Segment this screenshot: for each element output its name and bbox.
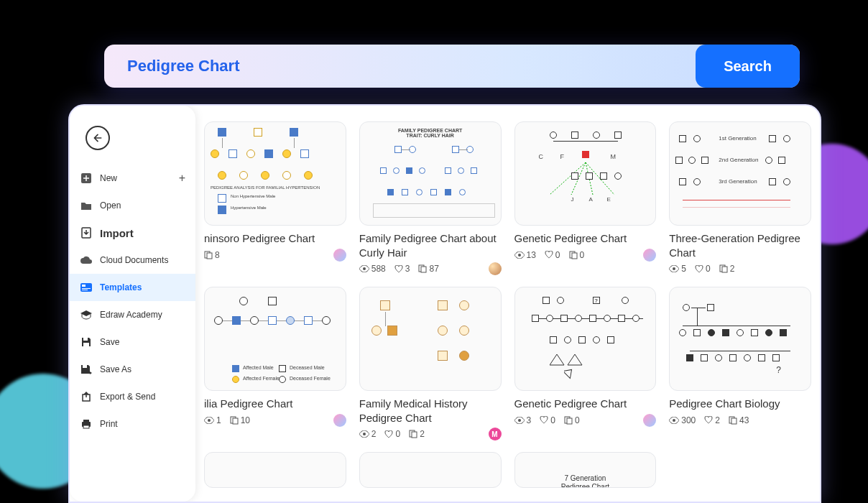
- template-title: Family Medical History Pedigree Chart: [359, 397, 502, 425]
- copies-stat: 0: [569, 250, 585, 260]
- svg-point-30: [363, 433, 366, 435]
- template-thumbnail: [204, 452, 346, 488]
- search-bar: Search: [104, 45, 800, 88]
- template-card[interactable]: ? Genetic Pedigree Chart 3 0 0: [514, 287, 657, 439]
- template-stats: 13 0 0: [514, 250, 657, 260]
- template-title: Pedigree Chart Biology: [669, 397, 811, 411]
- template-thumbnail: 1st Generation 2nd Generation 3rd Genera…: [669, 121, 811, 226]
- copies-stat: 8: [204, 250, 220, 260]
- sidebar-item-open[interactable]: Open: [70, 192, 195, 219]
- sidebar-item-save-as[interactable]: Save As: [70, 356, 195, 383]
- template-thumbnail: FAMILY PEDIGREE CHARTTRAIT: CURLY HAIR: [359, 121, 502, 226]
- template-card[interactable]: 1st Generation 2nd Generation 3rd Genera…: [669, 121, 811, 274]
- back-button[interactable]: [86, 126, 110, 150]
- import-icon: [80, 226, 93, 239]
- sidebar-item-label: Edraw Academy: [100, 310, 162, 320]
- sidebar-item-new[interactable]: New +: [70, 165, 195, 192]
- svg-rect-11: [83, 425, 89, 428]
- template-thumbnail: [359, 452, 502, 488]
- sidebar-item-label: Save As: [100, 364, 131, 374]
- sidebar-item-print[interactable]: Print: [70, 410, 195, 438]
- sidebar-item-cloud[interactable]: Cloud Documents: [70, 246, 195, 274]
- sidebar-item-label: New: [100, 173, 117, 183]
- template-card[interactable]: FAMILY PEDIGREE CHARTTRAIT: CURLY HAIR F…: [359, 121, 502, 274]
- export-icon: [80, 390, 93, 403]
- template-card[interactable]: CFM JAE Genetic Pedigree Chart 13 0 0: [514, 121, 657, 274]
- copies-stat: 2: [409, 429, 425, 439]
- views-stat: 588: [359, 264, 386, 274]
- svg-rect-26: [722, 267, 727, 272]
- academy-icon: [80, 308, 93, 321]
- template-card[interactable]: Family Medical History Pedigree Chart 2 …: [359, 287, 502, 439]
- svg-point-27: [208, 419, 211, 422]
- template-card[interactable]: 7 Generation Pedigree Chart: [514, 452, 657, 488]
- sidebar-menu: New + Open Import Cloud Documents Templa…: [70, 165, 195, 438]
- svg-rect-7: [83, 343, 89, 346]
- template-stats: 2 0 2 M: [359, 429, 502, 439]
- template-card[interactable]: ? Pedigree Chart Biology 300 2 43: [669, 287, 811, 439]
- template-card[interactable]: [669, 452, 811, 488]
- template-thumbnail: ?: [669, 287, 811, 391]
- template-title: Three-Generation Pedigree Chart: [669, 231, 811, 259]
- template-thumbnail: Affected Male Deceased Male Affected Fem…: [204, 287, 346, 391]
- views-stat: 1: [204, 415, 221, 425]
- template-grid: PEDIGREE ANALYSIS FOR FAMILIAL HYPERTENS…: [195, 121, 820, 488]
- cloud-icon: [80, 254, 93, 267]
- template-thumbnail: CFM JAE: [514, 121, 657, 226]
- svg-rect-2: [80, 283, 92, 292]
- template-thumbnail: [359, 287, 502, 391]
- svg-rect-16: [421, 267, 426, 272]
- sidebar-item-label: Cloud Documents: [100, 255, 168, 265]
- template-stats: 8: [204, 250, 346, 260]
- sidebar-item-academy[interactable]: Edraw Academy: [70, 301, 195, 328]
- template-stats: 1 10: [204, 415, 346, 425]
- sidebar-item-label: Import: [100, 227, 134, 239]
- sidebar-item-export[interactable]: Export & Send: [70, 383, 195, 410]
- svg-rect-29: [233, 418, 238, 424]
- svg-rect-41: [731, 418, 737, 424]
- template-content: PEDIGREE ANALYSIS FOR FAMILIAL HYPERTENS…: [195, 121, 820, 502]
- sidebar-item-label: Export & Send: [100, 392, 155, 402]
- svg-rect-13: [207, 253, 212, 259]
- folder-icon: [80, 199, 93, 212]
- author-avatar: [489, 262, 502, 275]
- template-thumbnail: PEDIGREE ANALYSIS FOR FAMILIAL HYPERTENS…: [204, 121, 346, 226]
- likes-stat: 3: [394, 264, 410, 274]
- likes-stat: 0: [695, 264, 711, 274]
- copies-stat: 43: [729, 415, 749, 425]
- svg-point-36: [518, 419, 521, 422]
- arrow-left-icon: [92, 132, 103, 144]
- views-stat: 2: [359, 429, 377, 439]
- svg-point-21: [518, 254, 521, 257]
- svg-point-24: [673, 267, 675, 270]
- sidebar-item-label: Templates: [100, 282, 142, 292]
- template-thumbnail: 7 Generation Pedigree Chart: [514, 452, 657, 488]
- svg-rect-8: [83, 365, 87, 368]
- save-as-icon: [80, 363, 93, 376]
- sidebar: New + Open Import Cloud Documents Templa…: [70, 106, 195, 502]
- views-stat: 13: [514, 250, 536, 260]
- search-input[interactable]: [127, 57, 696, 75]
- template-card[interactable]: PEDIGREE ANALYSIS FOR FAMILIAL HYPERTENS…: [204, 121, 346, 274]
- sidebar-item-templates[interactable]: Templates: [70, 274, 195, 301]
- template-card[interactable]: Affected Male Deceased Male Affected Fem…: [204, 287, 346, 439]
- sidebar-item-import[interactable]: Import: [70, 219, 195, 246]
- template-card[interactable]: [204, 452, 346, 488]
- template-title: Family Pedigree Chart about Curly Hair: [359, 231, 502, 259]
- author-avatar: [643, 414, 656, 427]
- plus-box-icon: [80, 172, 93, 185]
- svg-rect-10: [83, 420, 89, 422]
- svg-rect-3: [82, 285, 86, 287]
- search-button[interactable]: Search: [696, 45, 800, 88]
- svg-rect-6: [83, 338, 88, 341]
- thumb-header: 7 Generation Pedigree Chart: [550, 474, 620, 488]
- template-card[interactable]: [359, 452, 502, 488]
- svg-rect-4: [82, 288, 91, 289]
- likes-stat: 0: [384, 429, 400, 439]
- template-title: ninsoro Pedigree Chart: [204, 231, 346, 246]
- save-icon: [80, 336, 93, 349]
- template-title: ilia Pedigree Chart: [204, 397, 346, 411]
- sidebar-item-label: Open: [100, 200, 121, 211]
- author-avatar: [643, 249, 656, 262]
- sidebar-item-save[interactable]: Save: [70, 328, 195, 356]
